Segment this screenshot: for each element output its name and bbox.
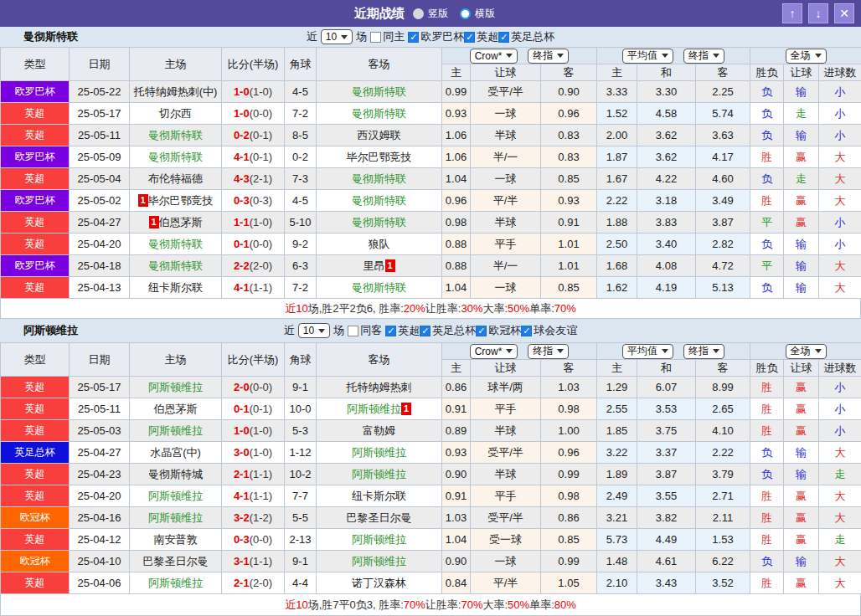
asian-away-odds: 0.85	[541, 529, 597, 551]
corners: 7-7	[285, 485, 317, 507]
euro-stage-select[interactable]: 终指	[683, 49, 724, 64]
result-handicap: 赢	[784, 420, 819, 442]
result-goals: 小	[819, 398, 861, 420]
result-goals: 大	[819, 277, 861, 299]
radio-button-icon[interactable]	[413, 8, 424, 19]
away-team: 阿斯顿维拉	[317, 442, 442, 464]
league-checkbox[interactable]	[464, 32, 475, 43]
league-type-badge: 欧冠杯	[1, 507, 69, 528]
col-away: 客场	[317, 343, 442, 377]
asian-home-odds: 0.93	[442, 442, 471, 464]
scope-select[interactable]: 全场	[786, 49, 827, 64]
avg-away-odds: 3.49	[696, 190, 750, 212]
result-goals: 小	[819, 212, 861, 234]
league-checkbox-wrap[interactable]: 英足总杯	[498, 29, 554, 44]
radio-button-icon[interactable]	[460, 8, 471, 19]
avg-draw-odds: 3.18	[637, 190, 696, 212]
avg-away-odds: 3.79	[696, 464, 750, 485]
radio-horizontal-layout[interactable]: 横版	[460, 7, 495, 21]
score: 1-0(1-0)	[222, 81, 285, 103]
asian-away-odds: 0.93	[541, 190, 597, 212]
match-count-select[interactable]: 10	[298, 323, 330, 338]
asian-away-odds: 0.99	[541, 551, 597, 572]
result-goals: 小	[819, 103, 861, 125]
league-type-cell: 英超	[1, 168, 70, 190]
odds-company-select[interactable]: Crow*	[470, 344, 518, 359]
league-checkbox-wrap[interactable]: 英超	[385, 323, 420, 338]
astonvilla-matches-table: 类型 日期 主场 比分(半场) 角球 客场 Crow* 终指 平均值 终指	[0, 342, 861, 594]
corners: 2-13	[285, 529, 317, 551]
result-handicap: 赢	[784, 507, 819, 529]
close-button[interactable]: ✕	[834, 3, 854, 23]
window-buttons: ↑ ↓ ✕	[782, 3, 854, 23]
league-label: 球会友谊	[534, 323, 577, 338]
result-handicap: 输	[784, 551, 819, 572]
league-label: 英足总杯	[432, 323, 476, 338]
summary-stats: 近10场,胜7平0负3, 胜率:70% 让胜率:70% 大率:50% 单率:80…	[0, 594, 861, 616]
league-checkbox[interactable]	[408, 32, 419, 43]
same-venue-checkbox-wrap[interactable]: 同主	[370, 29, 405, 44]
league-checkbox[interactable]	[385, 326, 396, 336]
move-up-button[interactable]: ↑	[782, 3, 802, 23]
result-handicap: 输	[784, 442, 819, 464]
league-checkbox[interactable]	[498, 32, 509, 43]
same-venue-checkbox-wrap[interactable]: 同客	[348, 323, 382, 338]
asian-home-odds: 0.86	[442, 377, 471, 398]
result-outcome: 胜	[750, 572, 784, 594]
result-outcome: 负	[750, 234, 784, 255]
euro-odds-select[interactable]: 平均值	[622, 49, 673, 64]
away-team: 曼彻斯特联	[317, 81, 442, 103]
asian-away-odds: 1.00	[541, 420, 597, 442]
euro-odds-select[interactable]: 平均值	[622, 344, 673, 359]
same-venue-checkbox[interactable]	[370, 32, 381, 43]
asian-away-odds: 0.91	[541, 212, 597, 234]
col-avg-home: 主	[597, 360, 637, 377]
league-type-badge: 英超	[1, 420, 69, 441]
score: 1-0(0-0)	[222, 103, 285, 125]
result-handicap: 输	[784, 125, 819, 146]
scope-select[interactable]: 全场	[786, 344, 827, 359]
euro-stage-select[interactable]: 终指	[683, 344, 724, 359]
avg-home-odds: 1.62	[597, 277, 637, 299]
league-checkbox[interactable]	[476, 326, 487, 336]
match-date: 25-04-18	[70, 255, 130, 277]
match-date: 25-05-11	[70, 398, 130, 420]
odds-stage-select[interactable]: 终指	[528, 344, 569, 359]
table-row: 英超 25-04-27 1伯恩茅斯 1-1(1-0) 5-10 曼彻斯特联 0.…	[1, 212, 861, 234]
score: 1-1(1-0)	[222, 212, 285, 234]
league-checkbox-wrap[interactable]: 球会友谊	[521, 323, 577, 338]
asian-home-odds: 1.06	[442, 146, 471, 168]
match-date: 25-05-02	[70, 190, 130, 212]
summary-segment: 单率:	[529, 598, 554, 613]
col-corner: 角球	[285, 343, 317, 377]
score: 2-2(2-0)	[222, 255, 285, 277]
radio-vertical-layout[interactable]: 竖版	[413, 7, 448, 21]
score: 4-1(1-1)	[222, 277, 285, 299]
odds-company-select[interactable]: Crow*	[470, 49, 518, 64]
league-checkbox-wrap[interactable]: 欧罗巴杯	[408, 29, 464, 44]
asian-home-odds: 0.91	[442, 398, 471, 420]
league-checkbox-wrap[interactable]: 英超	[464, 29, 498, 44]
move-down-button[interactable]: ↓	[808, 3, 828, 23]
home-team: 曼彻斯特城	[130, 464, 222, 485]
asian-away-odds: 0.83	[541, 146, 597, 168]
same-venue-checkbox[interactable]	[348, 326, 358, 336]
match-count-select[interactable]: 10	[321, 29, 353, 44]
league-checkbox[interactable]	[521, 326, 532, 336]
league-checkbox[interactable]	[420, 326, 430, 336]
table-row: 英超 25-05-17 阿斯顿维拉 2-0(0-0) 9-1 托特纳姆热刺 0.…	[1, 377, 861, 398]
avg-draw-odds: 4.58	[637, 103, 696, 125]
league-type-badge: 英超	[1, 464, 69, 485]
col-outcome: 胜负	[750, 360, 784, 377]
avg-home-odds: 5.73	[597, 529, 637, 551]
league-checkbox-wrap[interactable]: 欧冠杯	[476, 323, 521, 338]
result-goals: 大	[819, 507, 861, 529]
league-type-cell: 英超	[1, 529, 70, 551]
league-type-badge: 欧罗巴杯	[1, 255, 69, 276]
asian-home-odds: 0.96	[442, 190, 471, 212]
result-outcome: 负	[750, 464, 784, 485]
league-checkbox-wrap[interactable]: 英足总杯	[420, 323, 476, 338]
team-name: 阿斯顿维拉	[23, 323, 78, 338]
odds-stage-select[interactable]: 终指	[528, 49, 569, 64]
asian-away-odds: 1.05	[541, 572, 597, 594]
